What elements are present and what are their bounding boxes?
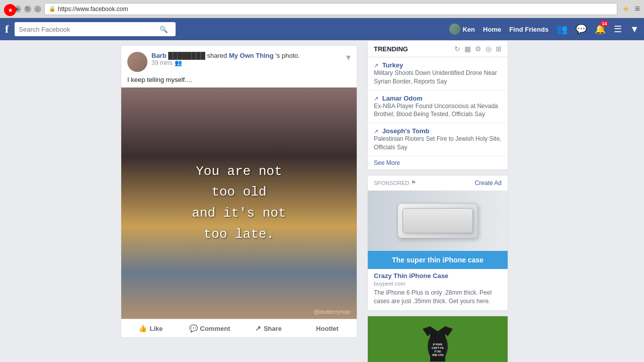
trending-icon-1[interactable]: ↻ bbox=[454, 45, 460, 53]
messages-icon[interactable]: 💬 bbox=[576, 24, 587, 35]
trending-topic-label-3[interactable]: Joseph's Tomb bbox=[382, 127, 430, 135]
quote-line-2: too old bbox=[192, 182, 286, 203]
sponsored-ad-2: IF PAPA CAN'T FIX IT NO ONE CAN ★ bbox=[367, 316, 508, 362]
like-label: Like bbox=[149, 325, 163, 332]
find-friends-label: Find Friends bbox=[509, 26, 548, 33]
post-text: I keep telling myself.... bbox=[121, 76, 357, 87]
comment-button[interactable]: 💬 Comment bbox=[180, 320, 239, 336]
trending-icon-2[interactable]: ▦ bbox=[464, 45, 471, 53]
svg-text:ONE CAN: ONE CAN bbox=[432, 353, 443, 356]
trending-item-2[interactable]: ↗ Lamar Odom Ex-NBA Player Found Unconsc… bbox=[368, 90, 508, 124]
sponsored-label: SPONSORED ⚑ bbox=[374, 179, 416, 186]
notifications-icon[interactable]: 🔔 14 bbox=[595, 24, 606, 35]
hootsuite-label: Hootlet bbox=[316, 325, 339, 332]
svg-text:IT NO: IT NO bbox=[434, 350, 441, 353]
find-friends-nav[interactable]: Find Friends bbox=[509, 26, 548, 33]
post-time: 39 mins 👥 bbox=[151, 59, 346, 66]
sponsored-header: SPONSORED ⚑ Create Ad bbox=[368, 175, 508, 191]
post-author-line: Barb ████████ shared My Own Thing 's pho… bbox=[151, 52, 346, 59]
dropdown-chevron-icon[interactable]: ▼ bbox=[630, 24, 639, 35]
comment-label: Comment bbox=[200, 325, 230, 332]
trending-desc-3: Palestinian Rioters Set Fire to Jewish H… bbox=[374, 135, 502, 152]
ad-cta-button[interactable]: The super thin iPhone case bbox=[368, 251, 508, 269]
sponsored-text: SPONSORED bbox=[374, 180, 409, 186]
post-timestamp: 39 mins bbox=[151, 59, 173, 66]
notification-badge: 14 bbox=[600, 21, 609, 27]
home-label: Home bbox=[483, 26, 501, 33]
user-name-label: Ken bbox=[462, 26, 475, 33]
user-avatar bbox=[449, 24, 460, 35]
user-profile-nav[interactable]: Ken bbox=[449, 24, 475, 35]
search-input[interactable] bbox=[19, 26, 159, 33]
post-author-name[interactable]: Barb bbox=[151, 52, 167, 59]
iphone-case-image bbox=[397, 203, 478, 238]
post-shared-text: shared bbox=[207, 52, 227, 59]
home-nav[interactable]: Home bbox=[483, 26, 501, 33]
nav-bar: Ken Home Find Friends 👥 💬 🔔 14 ☰ ▼ bbox=[449, 24, 639, 35]
trending-topic-3: ↗ Joseph's Tomb bbox=[374, 127, 502, 135]
trending-arrow-2: ↗ bbox=[374, 96, 378, 102]
like-icon: 👍 bbox=[138, 324, 147, 332]
center-feed: Barb ████████ shared My Own Thing 's pho… bbox=[116, 40, 362, 362]
post-actions: 👍 Like 💬 Comment ↗ Share Hootlet bbox=[121, 319, 357, 337]
post-header: Barb ████████ shared My Own Thing 's pho… bbox=[121, 46, 357, 76]
svg-text:CAN'T FIX: CAN'T FIX bbox=[432, 346, 444, 349]
quote-line-4: too late. bbox=[192, 224, 286, 245]
like-button[interactable]: 👍 Like bbox=[121, 320, 180, 336]
share-label: Share bbox=[264, 325, 282, 332]
browser-menu-icon[interactable]: ≡ bbox=[634, 4, 640, 14]
ad-url-1: buypeel.com bbox=[368, 281, 508, 289]
post-quote: You are not too old and it's not too lat… bbox=[182, 151, 296, 255]
trending-icon-3[interactable]: ⚙ bbox=[475, 45, 481, 53]
search-box[interactable]: 🔍 bbox=[15, 22, 176, 36]
create-ad-button[interactable]: Create Ad bbox=[475, 179, 502, 187]
trending-box: TRENDING ↻ ▦ ⚙ ◎ ⊞ ↗ Turkey Military Sho… bbox=[367, 40, 508, 170]
post-meta: Barb ████████ shared My Own Thing 's pho… bbox=[151, 52, 346, 66]
post-shared-suffix: 's photo. bbox=[275, 52, 300, 59]
search-button[interactable]: 🔍 bbox=[159, 26, 168, 33]
trending-item-3[interactable]: ↗ Joseph's Tomb Palestinian Rioters Set … bbox=[368, 123, 508, 156]
audience-icon: 👥 bbox=[175, 59, 182, 66]
url-text: https://www.facebook.com bbox=[58, 6, 128, 13]
post-image: You are not too old and it's not too lat… bbox=[121, 87, 357, 319]
trending-header: TRENDING ↻ ▦ ⚙ ◎ ⊞ bbox=[368, 41, 508, 57]
post-shared-page[interactable]: My Own Thing bbox=[229, 52, 274, 59]
trending-arrow-3: ↗ bbox=[374, 128, 378, 134]
sponsored-ad-1: SPONSORED ⚑ Create Ad The super thin iPh… bbox=[367, 175, 508, 311]
trending-item-1[interactable]: ↗ Turkey Military Shoots Down Unidentifi… bbox=[368, 57, 508, 90]
trending-desc-1: Military Shoots Down Unidentified Drone … bbox=[374, 69, 502, 86]
post-options-button[interactable]: ▾ bbox=[346, 52, 351, 63]
trending-topic-label-2[interactable]: Lamar Odom bbox=[382, 95, 423, 102]
left-sidebar bbox=[0, 40, 116, 362]
friend-requests-icon[interactable]: 👥 bbox=[556, 24, 568, 35]
account-menu-icon[interactable]: ☰ bbox=[614, 24, 622, 35]
sponsored-flag-icon[interactable]: ⚑ bbox=[411, 179, 416, 186]
comment-icon: 💬 bbox=[189, 324, 198, 332]
trending-icon-4[interactable]: ◎ bbox=[486, 45, 492, 53]
ad-image-2: IF PAPA CAN'T FIX IT NO ONE CAN ★ bbox=[368, 316, 508, 362]
refresh-button[interactable]: ↻ bbox=[24, 6, 31, 13]
main-layout: Barb ████████ shared My Own Thing 's pho… bbox=[0, 40, 644, 362]
ad-desc-1: The iPhone 6 Plus is only .28mm thick. P… bbox=[368, 289, 508, 311]
hootsuite-button[interactable]: Hootlet bbox=[298, 320, 357, 336]
trending-desc-2: Ex-NBA Player Found Unconscious at Nevad… bbox=[374, 102, 502, 119]
facebook-logo: f bbox=[5, 23, 9, 36]
trending-topic-label-1[interactable]: Turkey bbox=[382, 61, 404, 69]
trending-title: TRENDING bbox=[374, 45, 450, 53]
see-more-button[interactable]: See More bbox=[368, 156, 508, 169]
trending-topic-1: ↗ Turkey bbox=[374, 61, 502, 69]
right-panel: TRENDING ↻ ▦ ⚙ ◎ ⊞ ↗ Turkey Military Sho… bbox=[362, 40, 508, 362]
bookmark-star-icon[interactable]: ★ bbox=[622, 4, 629, 14]
ad-image-1 bbox=[368, 191, 508, 251]
tshirt-svg: IF PAPA CAN'T FIX IT NO ONE CAN bbox=[418, 321, 458, 362]
url-bar[interactable]: 🔒 https://www.facebook.com bbox=[44, 3, 617, 15]
home-button[interactable]: ⌂ bbox=[34, 6, 41, 13]
lock-icon: 🔒 bbox=[49, 6, 56, 12]
ad-title-1[interactable]: Crazy Thin iPhone Case bbox=[368, 269, 508, 281]
quote-line-1: You are not bbox=[192, 161, 286, 183]
trending-icon-5[interactable]: ⊞ bbox=[496, 45, 502, 53]
post-author-avatar[interactable] bbox=[127, 52, 147, 72]
facebook-header: f 🔍 Ken Home Find Friends 👥 💬 🔔 14 ☰ ▼ bbox=[0, 18, 644, 40]
trending-topic-2: ↗ Lamar Odom bbox=[374, 95, 502, 102]
share-button[interactable]: ↗ Share bbox=[239, 320, 298, 336]
